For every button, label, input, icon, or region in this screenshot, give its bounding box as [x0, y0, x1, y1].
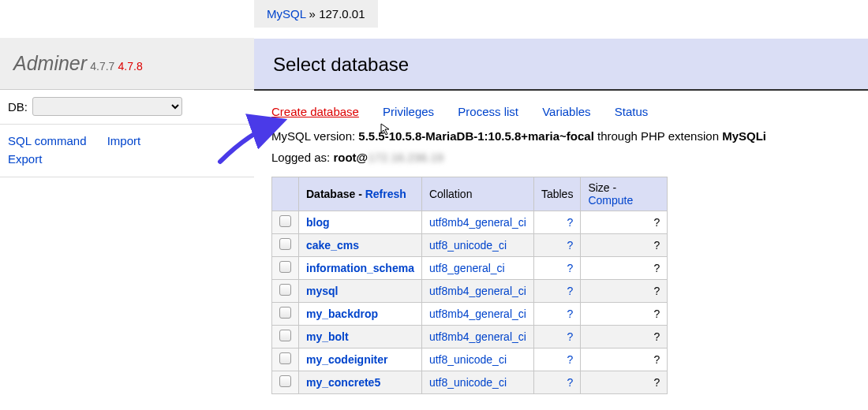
- version-line: MySQL version: 5.5.5-10.5.8-MariaDB-1:10…: [271, 129, 851, 143]
- logged-user: root@: [333, 151, 368, 164]
- sidebar: Adminer 4.7.7 4.7.8 DB: SQL command Impo…: [0, 0, 254, 410]
- size-cell: ?: [581, 280, 668, 303]
- page-title: Select database: [273, 54, 849, 76]
- tables-count-link[interactable]: ?: [567, 308, 574, 320]
- database-link[interactable]: my_concrete5: [306, 376, 380, 389]
- row-checkbox[interactable]: [279, 215, 291, 227]
- table-row: cake_cmsutf8_unicode_ci??: [272, 234, 668, 257]
- tables-count-link[interactable]: ?: [567, 353, 574, 366]
- size-cell: ?: [581, 326, 668, 348]
- main: MySQL » 127.0.01 Select database Create …: [254, 0, 868, 410]
- page-title-wrap: Select database: [254, 39, 868, 91]
- sql-command-link[interactable]: SQL command: [8, 134, 87, 147]
- db-select[interactable]: [32, 97, 182, 116]
- tables-count-link[interactable]: ?: [567, 330, 574, 343]
- database-link[interactable]: cake_cms: [306, 239, 359, 252]
- row-checkbox[interactable]: [279, 307, 291, 319]
- breadcrumb: MySQL » 127.0.01: [254, 0, 378, 28]
- collation-link[interactable]: utf8_unicode_ci: [429, 376, 507, 389]
- app-new-version[interactable]: 4.7.8: [118, 60, 143, 73]
- table-row: my_concrete5utf8_unicode_ci??: [272, 371, 668, 394]
- table-row: blogutf8mb4_general_ci??: [272, 211, 668, 234]
- table-row: my_boltutf8mb4_general_ci??: [272, 326, 668, 348]
- database-link[interactable]: my_bolt: [306, 330, 349, 343]
- size-cell: ?: [581, 211, 668, 234]
- collation-link[interactable]: utf8mb4_general_ci: [429, 285, 526, 297]
- size-cell: ?: [581, 348, 668, 371]
- app-title: Adminer: [13, 52, 87, 74]
- size-cell: ?: [581, 303, 668, 326]
- mysql-version: 5.5.5-10.5.8-MariaDB-1:10.5.8+maria~foca…: [358, 129, 594, 143]
- row-checkbox[interactable]: [279, 330, 291, 341]
- database-link[interactable]: my_codeigniter: [306, 353, 387, 366]
- db-selector-row: DB:: [0, 90, 254, 125]
- top-links: Create database Privileges Process list …: [271, 105, 851, 118]
- database-link[interactable]: blog: [306, 216, 330, 229]
- import-link[interactable]: Import: [107, 134, 141, 147]
- table-row: mysqlutf8mb4_general_ci??: [272, 280, 668, 303]
- row-checkbox[interactable]: [279, 375, 291, 387]
- breadcrumb-server: 127.0.01: [319, 7, 365, 20]
- collation-link[interactable]: utf8_unicode_ci: [429, 239, 507, 252]
- row-checkbox[interactable]: [279, 238, 291, 250]
- compute-link[interactable]: Compute: [588, 194, 633, 207]
- status-link[interactable]: Status: [615, 105, 649, 118]
- header-tables: Tables: [533, 177, 580, 211]
- process-list-link[interactable]: Process list: [458, 105, 518, 118]
- create-database-link[interactable]: Create database: [271, 105, 359, 118]
- tables-count-link[interactable]: ?: [567, 285, 574, 297]
- variables-link[interactable]: Variables: [542, 105, 590, 118]
- table-row: information_schemautf8_general_ci??: [272, 257, 668, 280]
- privileges-link[interactable]: Privileges: [383, 105, 434, 118]
- header-size: Size - Compute: [581, 177, 668, 211]
- tables-count-link[interactable]: ?: [567, 216, 574, 229]
- breadcrumb-sep: »: [305, 7, 319, 20]
- table-row: my_backdroputf8mb4_general_ci??: [272, 303, 668, 326]
- breadcrumb-driver[interactable]: MySQL: [267, 7, 305, 20]
- collation-link[interactable]: utf8_general_ci: [429, 262, 505, 274]
- collation-link[interactable]: utf8mb4_general_ci: [429, 330, 526, 343]
- database-link[interactable]: my_backdrop: [306, 308, 378, 320]
- collation-link[interactable]: utf8mb4_general_ci: [429, 308, 526, 320]
- table-row: my_codeigniterutf8_unicode_ci??: [272, 348, 668, 371]
- size-cell: ?: [581, 371, 668, 394]
- php-extension: MySQLi: [722, 129, 766, 143]
- tables-count-link[interactable]: ?: [567, 262, 574, 274]
- content: Create database Privileges Process list …: [254, 91, 868, 394]
- header-collation: Collation: [421, 177, 533, 211]
- export-link[interactable]: Export: [8, 152, 42, 166]
- database-link[interactable]: mysql: [306, 285, 338, 297]
- collation-link[interactable]: utf8_unicode_ci: [429, 353, 507, 366]
- row-checkbox[interactable]: [279, 261, 291, 273]
- refresh-link[interactable]: Refresh: [365, 188, 406, 200]
- row-checkbox[interactable]: [279, 352, 291, 364]
- row-checkbox[interactable]: [279, 284, 291, 296]
- size-cell: ?: [581, 234, 668, 257]
- tables-count-link[interactable]: ?: [567, 376, 574, 389]
- sidebar-links: SQL command Import Export: [0, 125, 254, 177]
- header-checkbox: [272, 177, 299, 211]
- logged-line: Logged as: root@172.16.236.19: [271, 151, 851, 164]
- app-version: 4.7.7: [90, 60, 114, 73]
- sidebar-header: Adminer 4.7.7 4.7.8: [0, 38, 254, 90]
- collation-link[interactable]: utf8mb4_general_ci: [429, 216, 526, 229]
- database-link[interactable]: information_schema: [306, 262, 414, 274]
- tables-count-link[interactable]: ?: [567, 239, 574, 252]
- size-cell: ?: [581, 257, 668, 280]
- header-database: Database - Refresh: [299, 177, 422, 211]
- database-table: Database - Refresh Collation Tables Size…: [271, 177, 668, 394]
- logged-host: 172.16.236.19: [368, 151, 443, 164]
- db-label: DB:: [8, 100, 28, 114]
